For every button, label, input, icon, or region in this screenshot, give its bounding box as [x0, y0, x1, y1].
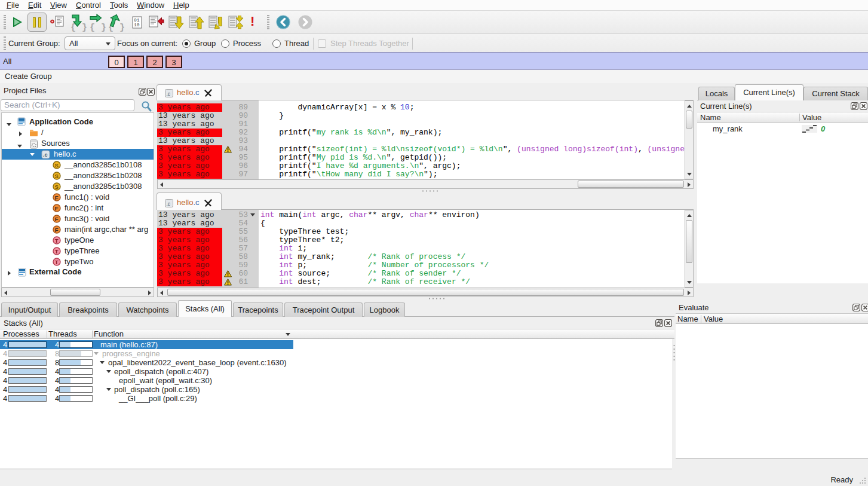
svg-text:F: F	[55, 205, 59, 212]
svg-text:.c: .c	[167, 201, 171, 207]
svg-text:F: F	[55, 227, 59, 233]
svg-text:T: T	[55, 248, 59, 255]
svg-text:S: S	[55, 162, 59, 169]
svg-text:F: F	[55, 194, 59, 201]
svg-text:.c: .c	[167, 91, 171, 97]
svg-text:}: }	[82, 23, 87, 32]
svg-text:}: }	[119, 23, 125, 32]
svg-text:T: T	[55, 259, 59, 265]
svg-text:{: {	[90, 23, 95, 32]
svg-text:T: T	[55, 237, 59, 244]
svg-text:.c: .c	[43, 152, 48, 158]
svg-text:F: F	[55, 216, 59, 222]
svg-text:S: S	[55, 184, 59, 190]
svg-text:S: S	[55, 173, 59, 179]
svg-text:}: }	[101, 23, 106, 32]
svg-text:{: {	[70, 23, 76, 32]
svg-text:10: 10	[134, 22, 140, 27]
